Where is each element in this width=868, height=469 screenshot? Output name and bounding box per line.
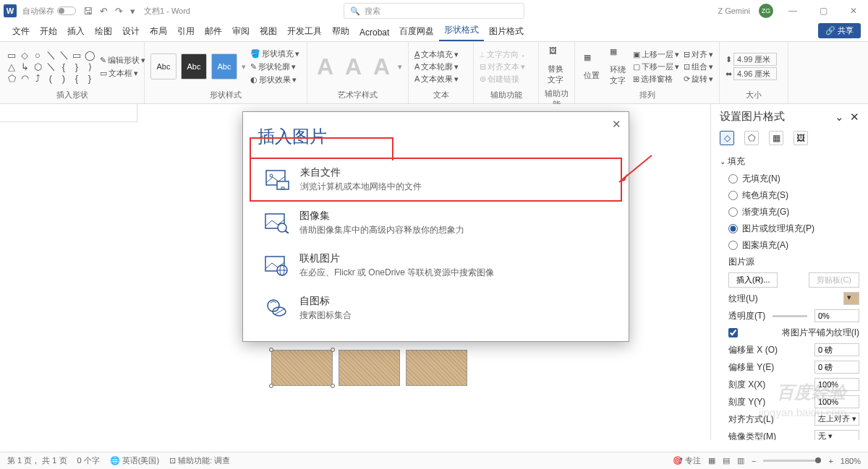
text-outline-button[interactable]: A 文本轮廓 ▾ xyxy=(414,61,459,72)
zoom-out-button[interactable]: − xyxy=(752,457,756,465)
alt-text-button[interactable]: 🖼替换文字 xyxy=(545,45,569,87)
minimize-button[interactable]: — xyxy=(782,6,804,16)
tab-shape-format[interactable]: 形状格式 xyxy=(439,20,484,41)
create-link-button[interactable]: ⊜ 创建链接 xyxy=(480,74,526,85)
view-read-button[interactable]: ▤ xyxy=(723,456,730,465)
tab-fill-line[interactable]: ◇ xyxy=(720,131,734,145)
offset-y-input[interactable] xyxy=(814,361,859,374)
word-count[interactable]: 0 个字 xyxy=(77,455,100,466)
zoom-level[interactable]: 180% xyxy=(841,457,861,465)
avatar[interactable]: ZG xyxy=(759,4,773,18)
group-button[interactable]: ⊡ 组合 ▾ xyxy=(684,61,713,72)
share-button[interactable]: 🔗 共享 xyxy=(818,23,861,38)
focus-mode-button[interactable]: 🎯 专注 xyxy=(673,455,701,466)
accessibility-indicator[interactable]: ⊡ 辅助功能: 调查 xyxy=(169,455,230,466)
option-from-file[interactable]: 来自文件 浏览计算机或本地网络中的文件 xyxy=(250,158,621,201)
align-select[interactable]: 左上对齐 ▾ xyxy=(814,413,859,426)
text-effects-button[interactable]: A 文本效果 ▾ xyxy=(414,74,459,85)
tab-help[interactable]: 帮助 xyxy=(327,22,354,41)
wrap-text-button[interactable]: ▦环绕文字 xyxy=(607,46,629,87)
option-online-pictures[interactable]: 联机图片 在必应、Flickr 或 OneDrive 等联机资源中搜索图像 xyxy=(250,245,621,286)
close-button[interactable]: ✕ xyxy=(843,6,864,16)
tab-layout[interactable]: 布局 xyxy=(145,22,172,41)
tab-file[interactable]: 文件 xyxy=(7,22,35,41)
tab-view[interactable]: 视图 xyxy=(255,22,282,41)
zoom-slider[interactable] xyxy=(763,460,821,462)
shape-3[interactable] xyxy=(406,350,467,386)
tab-layout[interactable]: ▦ xyxy=(769,131,783,145)
chevron-down-icon[interactable]: ⌄ xyxy=(835,111,844,123)
texture-picker[interactable]: ▾ xyxy=(843,292,859,305)
selection-pane-button[interactable]: ⊞ 选择窗格 xyxy=(633,74,679,85)
view-web-button[interactable]: ▥ xyxy=(737,456,744,465)
text-direction-button[interactable]: ⟂ 文字方向 ▾ xyxy=(480,49,526,60)
tab-references[interactable]: 引用 xyxy=(172,22,200,41)
width-input[interactable]: ⬌ 4.96 厘米 xyxy=(726,67,777,80)
style-preset-1[interactable]: Abc xyxy=(150,53,176,79)
scale-x-input[interactable] xyxy=(814,378,859,391)
option-stock-images[interactable]: 图像集 借助图像集库中的高级内容释放你的想象力 xyxy=(250,202,621,244)
document-canvas[interactable]: ✕ 插入图片 来自文件 浏览计算机或本地网络中的文件 图像集 借助图像集库中的高… xyxy=(0,104,709,440)
tab-design[interactable]: 设计 xyxy=(117,22,145,41)
save-icon[interactable]: 🖫 xyxy=(83,6,93,17)
tab-acrobat[interactable]: Acrobat xyxy=(354,24,394,41)
tab-picture[interactable]: 🖼 xyxy=(793,131,808,145)
tile-checkbox[interactable]: 将图片平铺为纹理(I) xyxy=(728,324,859,341)
search-box[interactable]: 🔍 搜索 xyxy=(344,3,524,19)
undo-icon[interactable]: ↶ xyxy=(100,6,108,17)
toggle-icon[interactable] xyxy=(57,7,76,15)
send-backward-button[interactable]: ▢ 下移一层 ▾ xyxy=(633,61,679,72)
redo-icon[interactable]: ↷ xyxy=(115,6,123,17)
tab-home[interactable]: 开始 xyxy=(35,22,62,41)
shape-fill-button[interactable]: 🪣 形状填充 ▾ xyxy=(250,48,299,59)
style-preset-3[interactable]: Abc xyxy=(211,53,237,79)
tab-mailings[interactable]: 邮件 xyxy=(200,22,227,41)
customize-icon[interactable]: ▾ xyxy=(130,6,135,17)
shape-1[interactable] xyxy=(271,350,333,386)
insert-button[interactable]: 插入(R)... xyxy=(728,272,778,288)
tab-review[interactable]: 审阅 xyxy=(227,22,255,41)
wordart-style-3[interactable]: A xyxy=(370,53,393,80)
mirror-select[interactable]: 无 ▾ xyxy=(814,430,859,440)
autosave-toggle[interactable]: 自动保存 xyxy=(22,6,76,17)
text-fill-button[interactable]: A 文本填充 ▾ xyxy=(414,49,459,60)
scale-y-input[interactable] xyxy=(814,395,859,408)
radio-picture-fill[interactable]: 图片或纹理填充(P) xyxy=(720,220,859,237)
bring-forward-button[interactable]: ▣ 上移一层 ▾ xyxy=(633,49,679,60)
align-button[interactable]: ⊟ 对齐 ▾ xyxy=(684,49,713,60)
panel-close-button[interactable]: ✕ xyxy=(850,111,859,123)
align-text-button[interactable]: ⊟ 对齐文本 ▾ xyxy=(480,61,526,72)
shape-gallery[interactable]: ▭◇○＼＼▭◯ △↳⬡＼{}⟩ ⬠◠⤴(){} xyxy=(6,50,95,83)
style-preset-2[interactable]: Abc xyxy=(181,53,207,79)
wordart-style-2[interactable]: A xyxy=(341,53,365,80)
tab-draw[interactable]: 绘图 xyxy=(90,22,117,41)
offset-x-input[interactable] xyxy=(814,343,859,356)
page-indicator[interactable]: 第 1 页， 共 1 页 xyxy=(7,455,67,466)
view-print-button[interactable]: ▦ xyxy=(708,456,715,465)
tab-picture-format[interactable]: 图片格式 xyxy=(484,22,529,41)
radio-pattern-fill[interactable]: 图案填充(A) xyxy=(720,237,859,254)
tab-effects[interactable]: ⬠ xyxy=(744,131,759,145)
rotate-button[interactable]: ⟳ 旋转 ▾ xyxy=(684,74,713,85)
language-indicator[interactable]: 🌐 英语(美国) xyxy=(110,455,159,466)
maximize-button[interactable]: ▢ xyxy=(812,6,834,16)
position-button[interactable]: ▦位置 xyxy=(581,51,603,82)
clipboard-button[interactable]: 剪贴板(C) xyxy=(809,272,859,288)
fill-section-header[interactable]: 填充 xyxy=(720,152,859,171)
option-from-icons[interactable]: 自图标 搜索图标集合 xyxy=(250,288,621,329)
transparency-input[interactable] xyxy=(814,309,859,322)
wordart-style-1[interactable]: A xyxy=(313,53,337,80)
tab-baidu[interactable]: 百度网盘 xyxy=(394,22,439,41)
tab-devtools[interactable]: 开发工具 xyxy=(282,22,327,41)
tab-insert[interactable]: 插入 xyxy=(62,22,90,41)
textbox-button[interactable]: ▭ 文本框 ▾ xyxy=(100,68,145,79)
shape-2[interactable] xyxy=(339,350,400,386)
height-input[interactable]: ⬍ 4.99 厘米 xyxy=(726,53,777,66)
radio-gradient-fill[interactable]: 渐变填充(G) xyxy=(720,204,859,220)
selected-shapes[interactable] xyxy=(271,350,467,386)
zoom-in-button[interactable]: + xyxy=(828,457,833,465)
radio-no-fill[interactable]: 无填充(N) xyxy=(720,171,859,187)
shape-outline-button[interactable]: ✎ 形状轮廓 ▾ xyxy=(250,61,299,72)
user-name[interactable]: Z Gemini xyxy=(718,7,750,15)
dialog-close-button[interactable]: ✕ xyxy=(612,118,621,131)
